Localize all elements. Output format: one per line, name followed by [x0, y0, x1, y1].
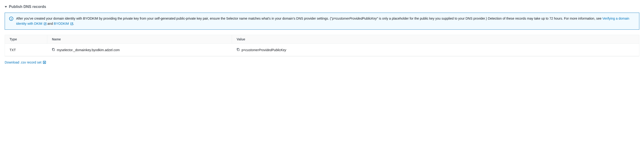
info-alert: After you've created your domain identit… [5, 13, 639, 30]
col-header-name[interactable]: Name [47, 35, 232, 43]
section-title: Publish DNS records [9, 5, 46, 9]
copy-icon[interactable] [236, 48, 240, 52]
external-link-icon [44, 22, 46, 25]
info-text-italic: p=customerProvidedPublicKey [332, 16, 377, 20]
download-icon [43, 61, 46, 64]
info-trailing: . [73, 22, 74, 25]
link-byodkim[interactable]: BYODKIM [54, 22, 73, 25]
cell-type: TXT [5, 44, 47, 56]
download-csv-link[interactable]: Download .csv record set [5, 60, 46, 64]
svg-rect-4 [237, 49, 239, 51]
info-text: After you've created your domain identit… [16, 16, 635, 26]
svg-rect-3 [52, 49, 54, 51]
external-link-icon [70, 22, 73, 25]
table-row: TXT myselector._domainkey.byodkim.adzel.… [5, 44, 639, 56]
col-header-type[interactable]: Type [5, 35, 47, 43]
cell-name: myselector._domainkey.byodkim.adzel.com [47, 44, 232, 56]
download-label: Download .csv record set [5, 60, 42, 64]
caret-down-icon [5, 6, 7, 8]
copy-icon[interactable] [52, 48, 55, 52]
dns-records-table: Type Name Value TXT myselector._domainke… [5, 35, 639, 56]
table-header-row: Type Name Value [5, 35, 639, 44]
col-header-value[interactable]: Value [232, 35, 639, 43]
info-icon [9, 16, 13, 21]
info-text-part2: " is only a placeholder for the public k… [377, 16, 602, 20]
cell-value-text: p=customerProvidedPublicKey [242, 48, 286, 52]
info-between-links: and [46, 22, 54, 25]
cell-value: p=customerProvidedPublicKey [232, 44, 639, 56]
info-text-part1: After you've created your domain identit… [16, 16, 332, 20]
section-toggle[interactable]: Publish DNS records [5, 5, 639, 9]
cell-name-text: myselector._domainkey.byodkim.adzel.com [57, 48, 120, 52]
svg-point-2 [11, 18, 11, 18]
